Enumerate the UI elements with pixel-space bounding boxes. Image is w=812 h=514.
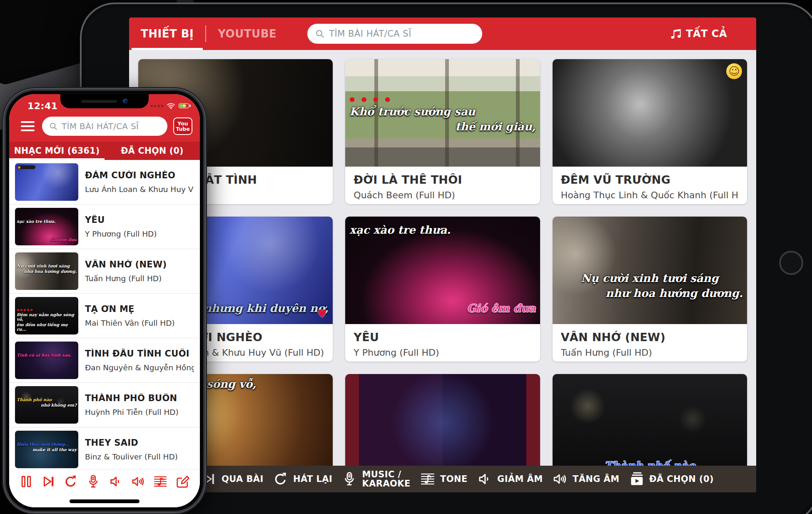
- youtube-badge-button[interactable]: You Tube: [173, 117, 192, 135]
- video-artist: Tuấn Hưng (Full HD): [561, 347, 739, 358]
- lyric-line: êm đềm như tiếng mẹ ru...: [17, 322, 77, 332]
- video-title: YÊU: [354, 331, 531, 344]
- song-title: TẠ ƠN MẸ: [85, 304, 175, 314]
- song-info: THEY SAIDBinz & Touliver (Full HD): [85, 438, 178, 461]
- volume-down-button[interactable]: GIẢM ÂM: [475, 471, 545, 487]
- music-karaoke-button[interactable]: [86, 474, 100, 490]
- song-title: ĐÁM CƯỚI NGHÈO: [85, 170, 194, 180]
- volume-down-icon: [109, 474, 123, 489]
- volume-down-icon: [477, 472, 492, 487]
- replay-button[interactable]: HÁT LẠI: [271, 471, 335, 487]
- song-thumbnail: Nụ cười xinh tươi sángnhư hoa hướng dươn…: [15, 252, 78, 290]
- phone-tabs: NHẠC MỚI (6361) ĐÃ CHỌN (0): [9, 142, 200, 160]
- karaoke-lyrics: Nụ cười xinh tươi sángnhư hoa hướng dươn…: [17, 264, 77, 274]
- video-artist: Hoàng Thục Linh & Quốc Khanh (Full HD): [561, 190, 739, 200]
- toolbar-label: TONE: [440, 474, 468, 484]
- signal-dots-icon: [151, 105, 164, 107]
- tone-button[interactable]: TONE: [418, 471, 470, 487]
- pause-button[interactable]: [19, 474, 33, 490]
- status-time: 12:41: [27, 101, 58, 111]
- lyric-line: như hoa hướng dương.: [605, 287, 743, 299]
- lyric-line: Nụ cười xinh tươi sáng: [17, 264, 77, 268]
- toolbar-label: QUA BÀI: [222, 474, 264, 484]
- song-list-item[interactable]: Thành phố nàonhớ không em?THÀNH PHỐ BUỒN…: [9, 383, 200, 427]
- search-input[interactable]: TÌM BÀI HÁT/CA SĨ: [42, 117, 167, 136]
- lyric-line: như hoa hướng dương.: [24, 269, 77, 274]
- redo-icon: [64, 474, 78, 489]
- video-artist: Y Phương (Full HD): [354, 347, 531, 358]
- youtube-badge-line: Tube: [176, 126, 189, 132]
- song-artist: Huỳnh Phi Tiễn (Full HD): [85, 408, 179, 417]
- lyric-line: xạc xào tre thưa.: [17, 219, 77, 224]
- all-songs-label: TẤT CẢ: [686, 28, 727, 40]
- song-list-item[interactable]: xạc xào tre thưa.Gió êm đưaYÊUY Phương (…: [9, 205, 200, 249]
- song-list-item[interactable]: ĐÁM CƯỚI NGHÈOLưu Ánh Loan & Khưu Huy Vũ…: [9, 160, 200, 205]
- earpiece-speaker: [81, 100, 117, 103]
- pause-icon: [19, 474, 33, 489]
- video-card[interactable]: ● ● ● ●Khổ trước sướng sauthế mới giàu,Đ…: [345, 59, 540, 204]
- skip-song-button[interactable]: QUA BÀI: [199, 471, 266, 487]
- video-grid: ĐANG THẤT TÌNH(Full HD)● ● ● ●Khổ trước …: [129, 50, 756, 492]
- lyric-line: nhưng khi duyên nợ,: [204, 302, 329, 314]
- tab-label: THIẾT BỊ: [141, 27, 194, 40]
- song-thumbnail: xạc xào tre thưa.Gió êm đưa: [15, 208, 78, 245]
- tone-button[interactable]: [153, 474, 167, 490]
- phone-device: 12:41 TÌM BÀI HÁT/CA SĨ: [4, 89, 205, 512]
- song-list-item[interactable]: Tình có ai hay tình sau.TÌNH ĐẦU TÌNH CU…: [9, 338, 200, 383]
- karaoke-lyrics: Thành phố nàonhớ không em?: [17, 397, 77, 407]
- volume-up-icon: [553, 472, 568, 487]
- microphone-icon: [342, 472, 357, 487]
- video-card[interactable]: xạc xào tre thưa.Gió êm đưaYÊUY Phương (…: [345, 217, 540, 362]
- song-artist: Đan Nguyên & Nguyễn Hồng N...: [85, 363, 194, 372]
- status-icons: [151, 102, 189, 110]
- edit-button[interactable]: [176, 474, 190, 490]
- search-placeholder: TÌM BÀI HÁT/CA SĨ: [62, 121, 139, 131]
- volume-down-button[interactable]: [109, 474, 123, 490]
- song-thumbnail: [15, 163, 78, 201]
- phone-search-row: TÌM BÀI HÁT/CA SĨ You Tube: [9, 112, 200, 142]
- video-card[interactable]: Nụ cười xinh tươi sángnhư hoa hướng dươn…: [553, 217, 747, 362]
- tablet-toolbar: QUA BÀIHÁT LẠIMUSIC /KARAOKETONEGIẢM ÂMT…: [129, 466, 756, 492]
- video-thumbnail: ● ● ● ●Khổ trước sướng sauthế mới giàu,: [345, 59, 540, 167]
- selected-songs-button[interactable]: ĐÃ CHỌN (0): [627, 471, 716, 487]
- song-info: VẪN NHỚ (NEW)Tuấn Hưng (Full HD): [85, 259, 167, 283]
- tablet-header: THIẾT BỊ YOUTUBE TÌM BÀI HÁT/CA SĨ TẤT C…: [129, 17, 756, 50]
- toolbar-label: HÁT LẠI: [293, 474, 332, 484]
- video-info: ĐÊM VŨ TRƯỜNGHoàng Thục Linh & Quốc Khan…: [553, 167, 747, 200]
- song-title: THEY SAID: [85, 438, 178, 448]
- phone-toolbar: [9, 469, 200, 495]
- tab-da-chon[interactable]: ĐÃ CHỌN (0): [105, 142, 200, 160]
- song-list-item[interactable]: Nụ cười xinh tươi sángnhư hoa hướng dươn…: [9, 249, 200, 294]
- tab-nhac-moi[interactable]: NHẠC MỚI (6361): [9, 142, 105, 160]
- tab-thiet-bi[interactable]: THIẾT BỊ: [129, 17, 205, 50]
- video-card[interactable]: ☺ĐÊM VŨ TRƯỜNGHoàng Thục Linh & Quốc Kha…: [553, 59, 747, 204]
- tab-youtube[interactable]: YOUTUBE: [206, 17, 288, 50]
- edit-icon: [176, 474, 190, 489]
- song-artist: Mai Thiên Vân (Full HD): [85, 319, 175, 327]
- search-input[interactable]: TÌM BÀI HÁT/CA SĨ: [307, 24, 482, 44]
- song-title: VẪN NHỚ (NEW): [85, 259, 167, 269]
- song-info: THÀNH PHỐ BUỒNHuỳnh Phi Tiễn (Full HD): [85, 393, 179, 417]
- skip-song-button[interactable]: [42, 474, 56, 490]
- home-indicator-area: [9, 495, 200, 507]
- video-thumbnail: xạc xào tre thưa.Gió êm đưa: [345, 217, 540, 324]
- music-karaoke-button[interactable]: MUSIC /KARAOKE: [339, 469, 413, 489]
- emoji-badge: ☺: [726, 63, 742, 79]
- lyric-line: Thành phố nào: [17, 397, 77, 402]
- video-title: VẪN NHỚ (NEW): [561, 331, 739, 344]
- song-list-item[interactable]: Hiểu thấy mới thông...make it all the wa…: [9, 427, 200, 469]
- video-info: YÊUY Phương (Full HD): [345, 324, 540, 358]
- video-title: ĐÊM VŨ TRƯỜNG: [561, 173, 739, 186]
- menu-button[interactable]: [19, 120, 36, 133]
- volume-up-button[interactable]: [131, 474, 145, 490]
- volume-up-button[interactable]: TĂNG ÂM: [550, 471, 622, 487]
- toolbar-label: TĂNG ÂM: [573, 474, 620, 484]
- tablet-home-button[interactable]: [779, 251, 803, 275]
- home-indicator[interactable]: [70, 499, 139, 503]
- heart-logo: ♥: [317, 307, 327, 320]
- replay-button[interactable]: [64, 474, 78, 490]
- playlist-icon: [629, 472, 644, 487]
- song-list-item[interactable]: ●●●●●Đêm nay nằm nghe sóng vỗ,êm đềm như…: [9, 294, 200, 338]
- volume-up-icon: [131, 474, 145, 489]
- all-songs-button[interactable]: TẤT CẢ: [667, 27, 730, 41]
